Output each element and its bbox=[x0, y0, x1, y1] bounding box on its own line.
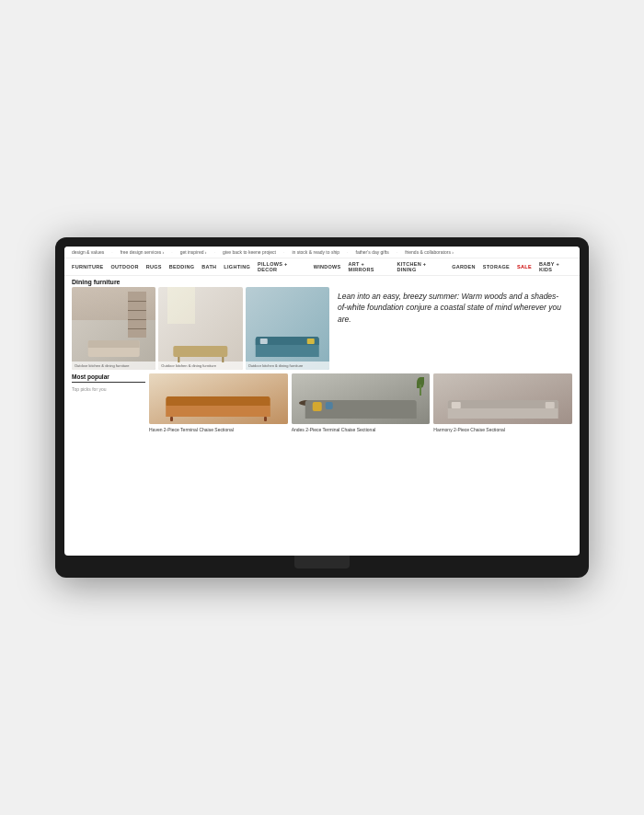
bench-table bbox=[173, 346, 227, 357]
sofa-orange-body bbox=[167, 396, 270, 417]
page-title-bar: Dining furniture bbox=[64, 276, 580, 287]
product-image-2 bbox=[292, 373, 431, 424]
tv-display: design & values · free design services ›… bbox=[55, 237, 589, 578]
popular-sidebar: Most popular Top picks for you bbox=[72, 373, 145, 556]
sep5: · bbox=[347, 249, 348, 255]
utility-design[interactable]: design & values bbox=[72, 249, 104, 255]
utility-free-design[interactable]: free design services › bbox=[121, 249, 165, 255]
product-card-1[interactable]: Haven 2-Piece Terminal Chaise Sectional bbox=[149, 373, 288, 556]
tv-screen: design & values · free design services ›… bbox=[64, 247, 580, 556]
nav-furniture[interactable]: FURNITURE bbox=[72, 264, 103, 270]
product-name-3: Harmony 2-Piece Chaise Sectional bbox=[433, 427, 572, 433]
pillow-yellow bbox=[313, 402, 322, 411]
nav-bath[interactable]: BATH bbox=[201, 264, 216, 270]
hero-image-2-label: Outdoor kitchen & dining furniture bbox=[158, 362, 242, 370]
nav-storage[interactable]: STORAGE bbox=[483, 264, 510, 270]
hero-image-2[interactable]: Outdoor kitchen & dining furniture bbox=[158, 287, 242, 370]
popular-section: Most popular Top picks for you bbox=[64, 370, 580, 556]
sep6: · bbox=[397, 249, 397, 255]
utility-in-stock[interactable]: in stock & ready to ship bbox=[292, 249, 339, 255]
hero-image-1-label: Outdoor kitchen & dining furniture bbox=[72, 362, 155, 370]
popular-title: Most popular bbox=[72, 373, 145, 383]
nav-art[interactable]: ART + MIRRORS bbox=[349, 261, 390, 272]
sofa-gray-body bbox=[305, 400, 417, 419]
utility-fathers-day[interactable]: father's day gifts bbox=[356, 249, 389, 255]
hero-image-1[interactable]: Outdoor kitchen & dining furniture bbox=[72, 287, 155, 370]
nav-lighting[interactable]: LIGHTING bbox=[224, 264, 250, 270]
utility-inspired[interactable]: get inspired › bbox=[180, 249, 207, 255]
utility-friends[interactable]: friends & collaborators › bbox=[405, 249, 454, 255]
nav-pillows[interactable]: PILLOWS + DECOR bbox=[258, 261, 306, 272]
hero-image-3-label: Outdoor kitchen & dining furniture bbox=[246, 362, 329, 370]
sofa-light-body bbox=[447, 400, 558, 419]
nav-bar: FURNITURE OUTDOOR RUGS BEDDING BATH LIGH… bbox=[64, 258, 580, 276]
sofa-leg-right bbox=[264, 417, 267, 421]
nav-kitchen[interactable]: KITCHEN + DINING bbox=[397, 261, 444, 272]
nav-sale[interactable]: SALE bbox=[517, 264, 532, 270]
popular-subtitle: Top picks for you bbox=[72, 386, 145, 392]
nav-garden[interactable]: GARDEN bbox=[452, 264, 476, 270]
sofa-leg-left bbox=[170, 417, 173, 421]
nav-outdoor[interactable]: OUTDOOR bbox=[110, 264, 138, 270]
bookcase-decor bbox=[128, 292, 146, 338]
page-title: Dining furniture bbox=[72, 279, 572, 285]
sofa-teal-decor bbox=[256, 337, 318, 357]
utility-give-back[interactable]: give back to keene project bbox=[223, 249, 276, 255]
product-card-2[interactable]: Andes 2-Piece Terminal Chaise Sectional bbox=[292, 373, 431, 556]
product-image-1 bbox=[149, 373, 288, 424]
plant-decor bbox=[417, 377, 424, 396]
product-card-3[interactable]: Harmony 2-Piece Chaise Sectional bbox=[433, 373, 572, 556]
hero-section: Outdoor kitchen & dining furniture Outdo… bbox=[64, 287, 580, 370]
product-image-3 bbox=[433, 373, 572, 424]
nav-windows[interactable]: WINDOWS bbox=[314, 264, 341, 270]
product-name-1: Haven 2-Piece Terminal Chaise Sectional bbox=[149, 427, 288, 433]
hero-tagline: Lean into an easy, breezy summer: Warm w… bbox=[338, 291, 567, 325]
sep2: · bbox=[171, 249, 172, 255]
product-name-2: Andes 2-Piece Terminal Chaise Sectional bbox=[292, 427, 431, 433]
pillow-blue bbox=[326, 402, 333, 409]
tv-stand bbox=[294, 556, 350, 568]
sep4: · bbox=[283, 249, 284, 255]
nav-baby[interactable]: BABY + KIDS bbox=[539, 261, 572, 272]
product-grid: Haven 2-Piece Terminal Chaise Sectional bbox=[149, 373, 572, 556]
nav-rugs[interactable]: RUGS bbox=[146, 264, 162, 270]
nav-bedding[interactable]: BEDDING bbox=[169, 264, 194, 270]
sep1: · bbox=[111, 249, 112, 255]
sep3: · bbox=[214, 249, 215, 255]
hero-images: Outdoor kitchen & dining furniture Outdo… bbox=[72, 287, 329, 370]
hero-text: Lean into an easy, breezy summer: Warm w… bbox=[332, 287, 572, 370]
utility-bar: design & values · free design services ›… bbox=[64, 247, 580, 258]
hero-image-3[interactable]: Outdoor kitchen & dining furniture bbox=[246, 287, 329, 370]
